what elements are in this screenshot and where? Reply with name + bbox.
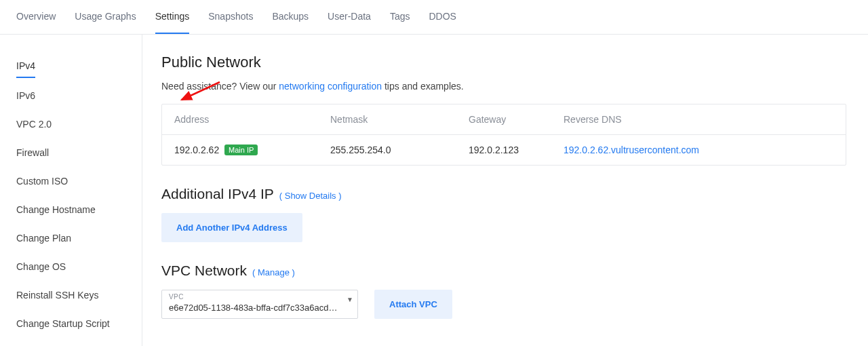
sidebar-item-ipv4[interactable]: IPv4 [16,55,35,78]
vpc-select[interactable]: VPC e6e72d05-1138-483a-bffa-cdf7c33a6acd… [161,290,358,319]
attach-vpc-button[interactable]: Attach VPC [374,290,452,319]
sidebar-item-change-hostname[interactable]: Change Hostname [16,199,96,220]
ip-table: Address Netmask Gateway Reverse DNS 192.… [161,104,846,166]
tab-tags[interactable]: Tags [390,11,410,34]
networking-config-link[interactable]: networking configuration [279,81,382,92]
top-tabs: Overview Usage Graphs Settings Snapshots… [0,0,868,35]
sidebar-item-reinstall-ssh[interactable]: Reinstall SSH Keys [16,284,98,306]
main-ip-badge: Main IP [224,145,258,155]
ip-netmask: 255.255.254.0 [330,145,469,155]
reverse-dns-link[interactable]: 192.0.2.62.vultrusercontent.com [564,145,833,155]
ip-table-header: Address Netmask Gateway Reverse DNS [162,104,846,135]
assist-text: Need assistance? View our networking con… [161,81,846,92]
ip-address: 192.0.2.62 [174,145,219,155]
sidebar-item-custom-iso[interactable]: Custom ISO [16,170,68,192]
tab-user-data[interactable]: User-Data [328,11,371,34]
col-netmask: Netmask [330,114,469,125]
sidebar-item-ipv6[interactable]: IPv6 [16,85,35,107]
tab-ddos[interactable]: DDOS [429,11,456,34]
sidebar-item-firewall[interactable]: Firewall [16,142,49,164]
tab-settings[interactable]: Settings [155,11,190,34]
vpc-network-title: VPC Network [161,263,247,279]
sidebar-item-change-plan[interactable]: Change Plan [16,227,71,249]
col-gateway: Gateway [469,114,564,125]
vpc-select-label: VPC [169,293,184,301]
vpc-manage-link[interactable]: ( Manage ) [252,267,295,277]
settings-sidebar: IPv4 IPv6 VPC 2.0 Firewall Custom ISO Ch… [0,35,142,346]
tab-usage-graphs[interactable]: Usage Graphs [75,11,136,34]
public-network-title: Public Network [161,54,846,71]
main-content: Public Network Need assistance? View our… [142,35,868,346]
tab-backups[interactable]: Backups [272,11,309,34]
tab-overview[interactable]: Overview [16,11,56,34]
ip-gateway: 192.0.2.123 [469,145,564,155]
sidebar-item-vpc2[interactable]: VPC 2.0 [16,113,52,135]
chevron-down-icon: ▼ [347,296,353,303]
show-details-link[interactable]: ( Show Details ) [279,191,342,201]
sidebar-item-change-os[interactable]: Change OS [16,256,66,277]
vpc-selected-value: e6e72d05-1138-483a-bffa-cdf7c33a6acd - … [169,303,345,313]
ip-table-row: 192.0.2.62 Main IP 255.255.254.0 192.0.2… [162,135,846,165]
add-ipv4-button[interactable]: Add Another IPv4 Address [161,213,302,242]
col-address: Address [174,114,330,125]
tab-snapshots[interactable]: Snapshots [208,11,253,34]
sidebar-item-change-startup[interactable]: Change Startup Script [16,313,110,334]
additional-ipv4-title: Additional IPv4 IP [161,186,274,202]
col-rdns: Reverse DNS [564,114,833,125]
